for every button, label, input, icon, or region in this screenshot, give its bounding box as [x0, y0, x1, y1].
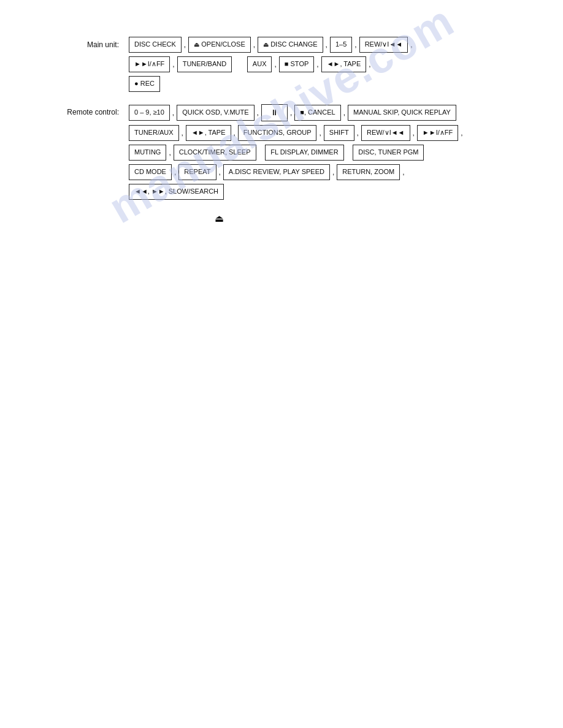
fl-display-button[interactable]: FL DISPLAY, DIMMER [265, 145, 343, 161]
comma-r1: , [170, 105, 177, 121]
main-unit-section: Main unit: DISC CHECK , ⏏ OPEN/CLOSE , ⏏… [49, 37, 514, 92]
comma-r16: , [330, 164, 337, 180]
comma-r2: , [255, 105, 261, 121]
remote-row-3: MUTING , CLOCK/TIMER, SLEEP FL DISPLAY, … [129, 145, 465, 161]
0-9-button[interactable]: 0 – 9, ≥10 [129, 105, 170, 121]
rew-vi-remote-button[interactable]: REW/∨I◄◄ [361, 125, 410, 141]
tuner-aux-button[interactable]: TUNER/AUX [129, 125, 179, 141]
quick-osd-button[interactable]: QUICK OSD, V.MUTE [177, 105, 254, 121]
remote-control-label: Remote control: [49, 104, 129, 116]
comma-r12 [256, 145, 266, 161]
comma-r7: , [316, 125, 323, 141]
comma-r15: , [216, 164, 223, 180]
comma-r5: , [179, 125, 186, 141]
a-disc-review-button[interactable]: A.DISC REVIEW, PLAY SPEED [223, 164, 330, 180]
stop-button[interactable]: ■ STOP [279, 56, 314, 72]
main-unit-row-1: DISC CHECK , ⏏ OPEN/CLOSE , ⏏ DISC CHANG… [129, 37, 415, 53]
comma-4: , [352, 37, 359, 53]
disc-check-button[interactable]: DISC CHECK [129, 37, 182, 53]
comma-r10: , [458, 125, 465, 141]
manual-skip-button[interactable]: MANUAL SKIP, QUICK REPLAY [348, 105, 456, 121]
tape-button-main[interactable]: ◄►, TAPE [321, 56, 367, 72]
comma-9: , [314, 56, 321, 72]
1-5-button[interactable]: 1–5 [330, 37, 352, 53]
remote-row-1: 0 – 9, ≥10 , QUICK OSD, V.MUTE , ⏸ , ■, … [129, 104, 465, 121]
comma-10: , [366, 56, 373, 72]
remote-control-section: Remote control: 0 – 9, ≥10 , QUICK OSD, … [49, 104, 514, 200]
tuner-band-button[interactable]: TUNER/BAND [177, 56, 232, 72]
pause-button[interactable]: ⏸ [261, 104, 288, 121]
main-unit-buttons: DISC CHECK , ⏏ OPEN/CLOSE , ⏏ DISC CHANG… [129, 37, 415, 92]
remote-control-buttons: 0 – 9, ≥10 , QUICK OSD, V.MUTE , ⏸ , ■, … [129, 104, 465, 200]
shift-button[interactable]: SHIFT [324, 125, 354, 141]
comma-r4: , [341, 105, 348, 121]
comma-8: , [272, 56, 278, 72]
ff-remote-button[interactable]: ►►I/∧FF [417, 125, 458, 141]
comma-r3: , [288, 105, 294, 121]
comma-7 [232, 56, 247, 72]
eject-icon: ⏏ [215, 213, 224, 224]
remote-row-2: TUNER/AUX , ◄►, TAPE , FUNCTIONS, GROUP … [129, 125, 465, 141]
eject-icon-area: ⏏ [215, 212, 514, 225]
disc-tuner-pgm-button[interactable]: DISC, TUNER PGM [353, 145, 424, 161]
remote-row-4: CD MODE , REPEAT , A.DISC REVIEW, PLAY S… [129, 164, 465, 180]
muting-button[interactable]: MUTING [129, 145, 166, 161]
main-unit-label: Main unit: [49, 37, 129, 49]
remote-row-5: ◄◄, ►►, SLOW/SEARCH [129, 184, 465, 200]
rew-vi-button[interactable]: REW/∨I◄◄ [359, 37, 408, 53]
rec-button[interactable]: ● REC [129, 76, 160, 92]
comma-6: , [170, 56, 177, 72]
comma-2: , [251, 37, 258, 53]
cancel-button[interactable]: ■, CANCEL [294, 105, 340, 121]
comma-3: , [323, 37, 330, 53]
tape-button-remote[interactable]: ◄►, TAPE [186, 125, 231, 141]
comma-r8: , [354, 125, 361, 141]
ff-button[interactable]: ►►I/∧FF [129, 56, 170, 72]
comma-r11: , [166, 145, 173, 161]
main-unit-row-3: ● REC [129, 76, 415, 92]
open-close-button[interactable]: ⏏ OPEN/CLOSE [188, 37, 251, 53]
clock-timer-button[interactable]: CLOCK/TIMER, SLEEP [174, 145, 256, 161]
functions-group-button[interactable]: FUNCTIONS, GROUP [238, 125, 317, 141]
comma-r9: , [410, 125, 417, 141]
return-zoom-button[interactable]: RETURN, ZOOM [337, 164, 400, 180]
disc-change-button[interactable]: ⏏ DISC CHANGE [258, 37, 323, 53]
comma-r14: , [172, 164, 178, 180]
cd-mode-button[interactable]: CD MODE [129, 164, 172, 180]
slow-search-button[interactable]: ◄◄, ►►, SLOW/SEARCH [129, 184, 224, 200]
comma-1: , [182, 37, 188, 53]
comma-r13 [344, 145, 353, 161]
repeat-button[interactable]: REPEAT [178, 164, 216, 180]
main-unit-row-2: ►►I/∧FF , TUNER/BAND AUX , ■ STOP , ◄►, … [129, 56, 415, 72]
comma-r17: , [400, 164, 407, 180]
comma-r6: , [231, 125, 238, 141]
aux-button[interactable]: AUX [247, 56, 272, 72]
comma-5: , [408, 37, 415, 53]
